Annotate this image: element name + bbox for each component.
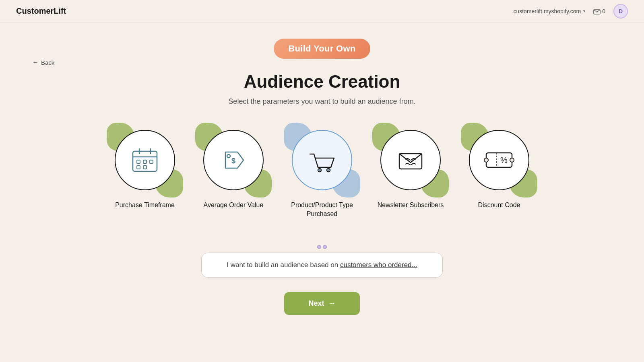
- shopping-cart-icon: [306, 144, 338, 176]
- next-button[interactable]: Next →: [284, 292, 359, 315]
- svg-rect-17: [486, 153, 512, 167]
- header-right: customerlift.myshopify.com ▾ 0 D: [513, 4, 628, 19]
- page-subtitle: Select the parameters you want to build …: [228, 97, 415, 106]
- card-circle-discount: %: [469, 130, 529, 190]
- svg-rect-6: [143, 160, 147, 163]
- card-average-order-value[interactable]: $ Average Order Value: [193, 126, 274, 219]
- card-circle-wrapper-discount: %: [465, 126, 533, 194]
- card-discount-code[interactable]: % Discount Code: [459, 126, 539, 219]
- build-your-own-badge: Build Your Own: [274, 39, 370, 59]
- sentence-prefix: I want to build an audience based on: [227, 261, 338, 269]
- connector: [315, 243, 329, 251]
- notification-count: 0: [602, 8, 605, 14]
- card-purchase-timeframe[interactable]: Purchase Timeframe: [105, 126, 185, 219]
- notification-button[interactable]: 0: [593, 8, 605, 14]
- card-label-product-type: Product/Product Type Purchased: [282, 201, 362, 219]
- card-circle-wrapper-newsletter: [376, 126, 445, 194]
- next-arrow-icon: →: [328, 299, 336, 308]
- avatar-letter: D: [619, 8, 623, 14]
- chevron-down-icon: ▾: [583, 9, 585, 13]
- sentence-section: I want to build an audience based on cus…: [0, 243, 644, 278]
- svg-point-15: [328, 169, 329, 171]
- svg-rect-9: [143, 166, 147, 169]
- coupon-icon: %: [483, 144, 515, 176]
- main-content: Build Your Own Audience Creation Select …: [0, 23, 644, 315]
- svg-point-14: [319, 169, 320, 171]
- card-label-average-order-value: Average Order Value: [204, 201, 264, 210]
- price-tag-icon: $: [217, 144, 250, 176]
- header: CustomerLift customerlift.myshopify.com …: [0, 0, 644, 23]
- card-product-type[interactable]: Product/Product Type Purchased: [282, 126, 362, 219]
- logo: CustomerLift: [16, 6, 66, 16]
- connector-dots: [317, 245, 327, 249]
- calendar-icon: [129, 144, 161, 176]
- connector-dot-2: [323, 245, 327, 249]
- card-label-discount: Discount Code: [478, 201, 520, 210]
- page-title: Audience Creation: [244, 72, 400, 92]
- connector-dot-1: [317, 245, 321, 249]
- card-label-purchase-timeframe: Purchase Timeframe: [115, 201, 175, 210]
- card-circle-average-order-value: $: [203, 130, 264, 190]
- next-label: Next: [308, 299, 324, 308]
- inbox-icon: [593, 8, 601, 14]
- svg-rect-5: [137, 160, 140, 163]
- svg-point-10: [227, 154, 230, 158]
- svg-rect-8: [137, 166, 140, 169]
- sentence-box: I want to build an audience based on cus…: [201, 253, 443, 278]
- cards-row: Purchase Timeframe $ Average Order Val: [105, 126, 539, 219]
- svg-text:%: %: [500, 156, 508, 165]
- svg-rect-7: [150, 160, 153, 163]
- sentence-link[interactable]: customers who ordered...: [340, 261, 417, 269]
- svg-rect-1: [133, 151, 157, 171]
- card-circle-wrapper-product-type: [288, 126, 356, 194]
- card-circle-newsletter: [380, 130, 441, 190]
- svg-point-18: [484, 158, 488, 162]
- store-name: customerlift.myshopify.com: [513, 8, 581, 14]
- newsletter-icon: [394, 144, 427, 176]
- card-circle-purchase-timeframe: [115, 130, 175, 190]
- card-circle-product-type: [292, 130, 352, 190]
- avatar[interactable]: D: [613, 4, 628, 19]
- back-button[interactable]: ← Back: [32, 59, 54, 66]
- store-selector[interactable]: customerlift.myshopify.com ▾: [513, 8, 585, 14]
- card-circle-wrapper-average-order-value: $: [199, 126, 268, 194]
- back-arrow-icon: ←: [32, 59, 39, 66]
- svg-text:$: $: [231, 157, 235, 165]
- card-circle-wrapper-purchase-timeframe: [111, 126, 179, 194]
- svg-point-19: [510, 158, 514, 162]
- back-label: Back: [41, 59, 54, 66]
- card-label-newsletter: Newsletter Subscribers: [378, 201, 444, 210]
- card-newsletter-subscribers[interactable]: Newsletter Subscribers: [370, 126, 451, 219]
